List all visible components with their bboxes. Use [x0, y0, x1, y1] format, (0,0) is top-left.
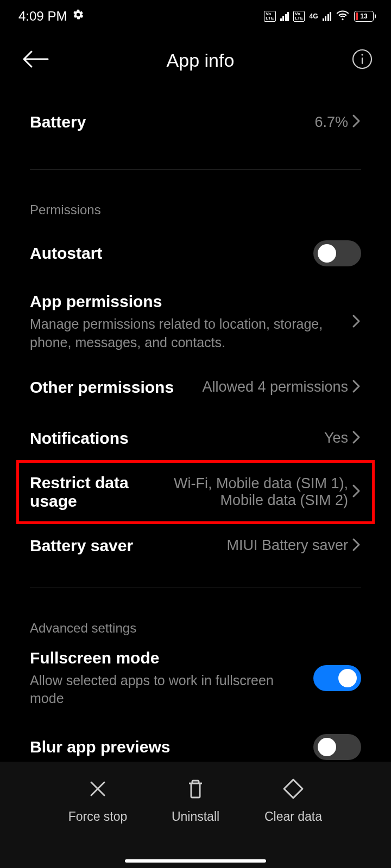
eraser-icon	[282, 778, 304, 803]
network-4g-icon: 4G	[309, 13, 318, 20]
battery-saver-value: MIUI Battery saver	[226, 537, 348, 554]
autostart-title: Autostart	[30, 244, 302, 263]
chevron-right-icon	[348, 314, 361, 331]
row-battery-saver[interactable]: Battery saver MIUI Battery saver	[30, 524, 361, 568]
row-battery[interactable]: Battery 6.7%	[30, 88, 361, 156]
uninstall-button[interactable]: Uninstall	[147, 778, 244, 868]
force-stop-label: Force stop	[68, 809, 128, 824]
row-restrict-data[interactable]: Restrict data usage Wi-Fi, Mobile data (…	[30, 461, 361, 524]
status-left: 4:09 PM	[18, 9, 84, 24]
volte-icon: VoLTE	[264, 11, 275, 22]
gear-icon	[72, 9, 84, 24]
restrict-data-value: Wi-Fi, Mobile data (SIM 1), Mobile data …	[163, 475, 348, 509]
status-bar: 4:09 PM VoLTE VoLTE 4G 13	[0, 0, 391, 33]
signal-icon-2	[323, 11, 332, 21]
trash-icon	[185, 778, 206, 803]
fullscreen-sub: Allow selected apps to work in fullscree…	[30, 672, 302, 709]
back-button[interactable]	[22, 49, 49, 71]
content-scroll[interactable]: Battery 6.7% Permissions Autostart App p…	[0, 88, 391, 773]
fullscreen-title: Fullscreen mode	[30, 649, 302, 667]
battery-value: 6.7%	[314, 114, 348, 131]
row-notifications[interactable]: Notifications Yes	[30, 410, 361, 461]
fullscreen-toggle[interactable]	[313, 665, 361, 691]
notifications-value: Yes	[324, 430, 348, 446]
status-time: 4:09 PM	[18, 9, 67, 24]
clear-data-button[interactable]: Clear data	[244, 778, 342, 868]
divider	[30, 169, 361, 170]
other-permissions-title: Other permissions	[30, 378, 191, 397]
volte-icon-2: VoLTE	[293, 11, 305, 22]
row-autostart[interactable]: Autostart	[30, 227, 361, 279]
chevron-right-icon	[348, 537, 361, 554]
uninstall-label: Uninstall	[172, 809, 219, 824]
app-permissions-title: App permissions	[30, 292, 337, 311]
restrict-data-title: Restrict data usage	[30, 474, 153, 510]
chevron-right-icon	[348, 430, 361, 447]
wifi-icon	[336, 8, 350, 25]
blur-title: Blur app previews	[30, 738, 302, 756]
battery-icon: 13	[354, 11, 376, 22]
section-advanced-label: Advanced settings	[30, 601, 361, 646]
battery-saver-title: Battery saver	[30, 537, 216, 555]
chevron-right-icon	[348, 113, 361, 131]
clear-data-label: Clear data	[264, 809, 322, 824]
divider	[30, 588, 361, 588]
app-permissions-sub: Manage permissions related to location, …	[30, 315, 337, 352]
svg-point-2	[361, 54, 363, 55]
chevron-right-icon	[348, 379, 361, 396]
force-stop-button[interactable]: Force stop	[49, 778, 147, 868]
chevron-right-icon	[348, 483, 361, 501]
page-title: App info	[167, 50, 235, 71]
row-fullscreen-mode[interactable]: Fullscreen mode Allow selected apps to w…	[30, 646, 361, 722]
notifications-title: Notifications	[30, 429, 313, 448]
row-app-permissions[interactable]: App permissions Manage permissions relat…	[30, 279, 361, 365]
row-other-permissions[interactable]: Other permissions Allowed 4 permissions	[30, 365, 361, 410]
blur-toggle[interactable]	[313, 734, 361, 760]
svg-rect-3	[284, 780, 302, 798]
home-indicator[interactable]	[125, 859, 266, 863]
close-icon	[87, 778, 109, 803]
status-right: VoLTE VoLTE 4G 13	[264, 8, 376, 25]
app-header: App info	[0, 33, 391, 88]
section-permissions-label: Permissions	[30, 183, 361, 227]
info-button[interactable]	[352, 49, 373, 72]
other-permissions-value: Allowed 4 permissions	[202, 379, 348, 395]
battery-title: Battery	[30, 113, 304, 131]
bottom-action-bar: Force stop Uninstall Clear data	[0, 762, 391, 868]
autostart-toggle[interactable]	[313, 240, 361, 266]
signal-icon	[280, 11, 289, 21]
